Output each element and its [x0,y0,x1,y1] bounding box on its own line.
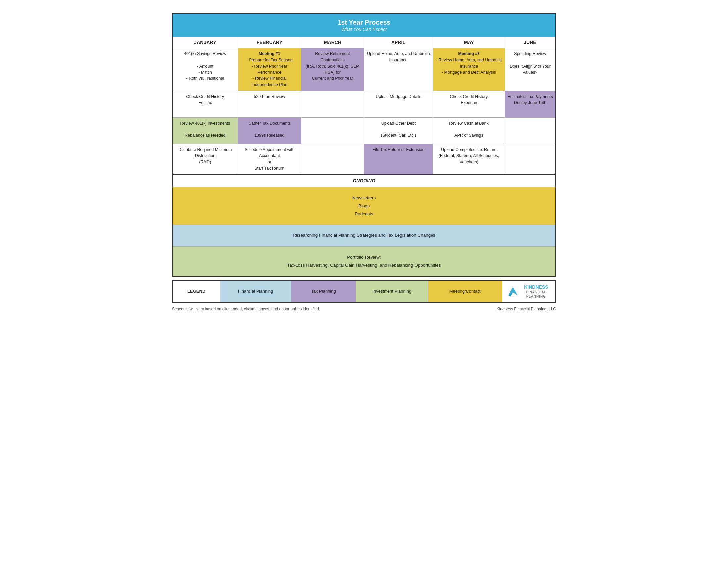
cell-june-3 [505,144,556,174]
ongoing-cell-0: NewslettersBlogsPodcasts [172,187,556,225]
month-apr: APRIL [364,37,433,48]
footer-disclaimer: Schedule will vary based on client need,… [172,307,320,311]
month-jun: JUNE [505,37,556,48]
cell-march-0: Review Retirement Contributions(IRA, Rot… [301,48,364,91]
legend-financial-planning: Financial Planning [220,280,291,303]
month-header-row: JANUARY FEBRUARY MARCH APRIL MAY JUNE [172,37,556,48]
cell-march-3 [301,144,364,174]
svg-marker-0 [508,287,517,296]
cell-april-0: Upload Home, Auto, and Umbrella Insuranc… [364,48,433,91]
ongoing-content-row-1: Researching Financial Planning Strategie… [172,225,556,246]
cell-april-1: Upload Mortgage Details [364,91,433,117]
ongoing-cell-2: Portfolio Review:Tax-Loss Harvesting, Ca… [172,246,556,276]
cell-june-1: Estimated Tax PaymentsDue by June 15th [505,91,556,117]
page-title: 1st Year Process [175,17,553,27]
legend-meeting-contact: Meeting/Contact [428,280,502,303]
cell-may-1: Check Credit HistoryExperian [433,91,505,117]
cell-may-2: Review Cash at BankAPR of Savings [433,117,505,144]
footer-company: Kindness Financial Planning, LLC [497,307,556,311]
month-mar: MARCH [301,37,364,48]
cell-march-2 [301,117,364,144]
cell-february-1: 529 Plan Review [238,91,301,117]
legend-table: LEGEND Financial Planning Tax Planning I… [172,280,556,303]
cell-april-2: Upload Other Debt(Student, Car, Etc.) [364,117,433,144]
logo-sub: FINANCIAL PLANNING [522,290,551,299]
cell-january-3: Distribute Required Minimum Distribution… [172,144,238,174]
month-may: MAY [433,37,505,48]
page-wrapper: 1st Year Process What You Can Expect JAN… [172,13,556,311]
cell-february-0: Meeting #1- Prepare for Tax Season- Revi… [238,48,301,91]
main-table: 1st Year Process What You Can Expect JAN… [172,13,556,276]
ongoing-row: ONGOING [172,174,556,187]
cell-january-1: Check Credit HistoryEquifax [172,91,238,117]
legend-investment-planning: Investment Planning [356,280,428,303]
cell-february-2: Gather Tax Documents1099s Released [238,117,301,144]
cell-june-0: Spending ReviewDoes it Align with Your V… [505,48,556,91]
table-header: 1st Year Process What You Can Expect [172,14,556,37]
page-subtitle: What You Can Expect [175,27,553,34]
cell-february-3: Schedule Appointment with AccountantorSt… [238,144,301,174]
cell-may-0: Meeting #2- Review Home, Auto, and Umbre… [433,48,505,91]
company-logo: KINDNESS FINANCIAL PLANNING [507,284,551,299]
ongoing-content-row-2: Portfolio Review:Tax-Loss Harvesting, Ca… [172,246,556,276]
cell-june-2 [505,117,556,144]
legend-logo-spacer: KINDNESS FINANCIAL PLANNING [502,280,556,303]
table-row: Distribute Required Minimum Distribution… [172,144,556,174]
logo-name: KINDNESS [522,284,551,290]
table-row: 401(k) Savings Review- Amount- Match- Ro… [172,48,556,91]
footer: Schedule will vary based on client need,… [172,307,556,311]
cell-january-0: 401(k) Savings Review- Amount- Match- Ro… [172,48,238,91]
legend-tax-planning: Tax Planning [291,280,356,303]
ongoing-content-row-0: NewslettersBlogsPodcasts [172,187,556,225]
table-row: Check Credit HistoryEquifax529 Plan Revi… [172,91,556,117]
month-jan: JANUARY [172,37,238,48]
cell-january-2: Review 401(k) InvestmentsRebalance as Ne… [172,117,238,144]
ongoing-cell-1: Researching Financial Planning Strategie… [172,225,556,246]
table-row: Review 401(k) InvestmentsRebalance as Ne… [172,117,556,144]
bird-icon [507,284,519,299]
month-feb: FEBRUARY [238,37,301,48]
cell-may-3: Upload Completed Tax Return(Federal, Sta… [433,144,505,174]
cell-march-1 [301,91,364,117]
legend-label: LEGEND [172,280,220,303]
ongoing-label: ONGOING [172,174,556,187]
cell-april-3: File Tax Return or Extension [364,144,433,174]
